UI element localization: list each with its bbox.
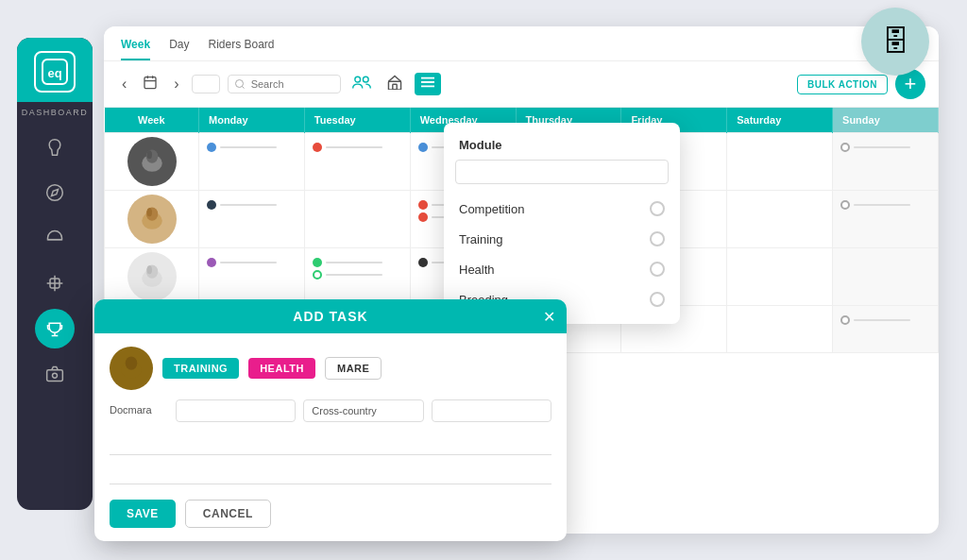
avatar [127, 195, 177, 244]
task-input-2[interactable] [110, 461, 551, 484]
table-cell [199, 191, 305, 248]
modal-header: ADD TASK ✕ [94, 299, 567, 333]
module-item-training[interactable]: Training [444, 224, 680, 254]
search-input[interactable] [228, 75, 341, 93]
svg-point-5 [53, 373, 58, 378]
modal-input-row1 [110, 432, 551, 461]
modal-title: ADD TASK [293, 309, 367, 324]
tag-mare-button[interactable]: MARE [325, 357, 382, 380]
svg-rect-12 [388, 81, 400, 90]
tab-week[interactable]: Week [121, 38, 150, 60]
people-icon-button[interactable] [348, 73, 375, 95]
discipline-select[interactable]: Cross-country [303, 399, 423, 422]
sidebar-item-compass[interactable] [35, 173, 75, 212]
next-button[interactable]: › [169, 74, 183, 94]
horse-name-label: Docmara [110, 404, 166, 416]
svg-rect-13 [392, 84, 396, 90]
module-dropdown-header: Module [444, 134, 680, 160]
period-select[interactable] [192, 75, 220, 93]
toolbar: ‹ › BULK ACTION + [104, 61, 939, 108]
floating-tool-icon: 🗄 [861, 8, 929, 76]
svg-point-11 [363, 76, 368, 82]
modal-body: TRAINING HEALTH MARE Docmara Cross-count… [94, 333, 567, 541]
module-radio-health[interactable] [650, 262, 665, 277]
module-radio-training[interactable] [650, 231, 665, 246]
prev-button[interactable]: ‹ [117, 74, 131, 94]
module-search-input[interactable] [455, 160, 669, 184]
table-cell [727, 248, 833, 306]
table-cell [199, 133, 305, 191]
modal-footer: SAVE CANCEL [110, 500, 551, 528]
svg-point-19 [146, 150, 151, 159]
sidebar-logo: eq [17, 38, 93, 102]
avatar [127, 252, 177, 301]
svg-point-22 [146, 208, 151, 216]
save-button[interactable]: SAVE [110, 500, 176, 528]
table-cell [304, 248, 410, 306]
barn-icon-button[interactable] [382, 73, 407, 95]
table-cell [304, 191, 410, 248]
sidebar-item-trophy[interactable] [35, 309, 75, 348]
avatar [127, 137, 177, 186]
sidebar-item-horse[interactable] [35, 127, 75, 167]
tab-riders-board[interactable]: Riders Board [208, 38, 274, 60]
task-input-1[interactable] [110, 432, 551, 455]
cancel-button[interactable]: CANCEL [185, 500, 271, 528]
sidebar-item-medical[interactable] [35, 263, 75, 303]
tab-bar: Week Day Riders Board [104, 26, 939, 61]
table-cell-sunday [833, 248, 939, 306]
col-header-tuesday: Tuesday [304, 108, 410, 133]
logo-icon: eq [34, 51, 76, 93]
table-cell [727, 306, 833, 353]
table-cell [727, 133, 833, 191]
svg-point-25 [146, 265, 151, 274]
svg-rect-4 [47, 370, 63, 382]
module-dropdown: Module Competition Training Health Breed… [444, 123, 680, 324]
col-header-saturday: Saturday [727, 108, 833, 133]
svg-text:eq: eq [47, 66, 61, 80]
table-cell-sunday [833, 191, 939, 248]
add-task-modal: ADD TASK ✕ TRAINING HEALTH MARE Docmara … [94, 299, 567, 541]
modal-close-button[interactable]: ✕ [543, 308, 555, 326]
tab-day[interactable]: Day [169, 38, 189, 60]
modal-top-row: TRAINING HEALTH MARE [110, 347, 551, 390]
module-radio-competition[interactable] [650, 201, 665, 216]
svg-rect-6 [144, 77, 156, 89]
table-cell [727, 191, 833, 248]
dashboard-label: DASHBOARD [22, 108, 89, 117]
tag-health-button[interactable]: HEALTH [248, 358, 315, 379]
category-select[interactable] [176, 399, 296, 422]
sidebar: eq DASHBOARD [17, 38, 93, 510]
col-header-sunday: Sunday [833, 108, 939, 133]
table-cell [199, 248, 305, 306]
module-item-competition[interactable]: Competition [444, 194, 680, 224]
col-header-monday: Monday [199, 108, 305, 133]
svg-point-27 [126, 356, 138, 369]
tool-icon: 🗄 [881, 25, 909, 58]
bulk-action-button[interactable]: BULK ACTION [797, 75, 888, 94]
table-cell [304, 133, 410, 191]
sidebar-item-camera[interactable] [35, 354, 75, 394]
tag-training-button[interactable]: TRAINING [162, 358, 239, 379]
calendar-icon-button[interactable] [139, 73, 161, 95]
module-icon-button[interactable] [415, 73, 441, 95]
table-cell-sunday [833, 306, 939, 353]
svg-point-2 [47, 185, 63, 201]
module-radio-breeding[interactable] [650, 292, 665, 307]
extra-select[interactable] [432, 399, 551, 422]
task-avatar [110, 347, 153, 390]
svg-point-10 [355, 76, 361, 82]
sidebar-item-helmet[interactable] [35, 218, 75, 258]
col-header-week: Week [105, 108, 199, 133]
table-cell-sunday [833, 133, 939, 191]
module-item-health[interactable]: Health [444, 254, 680, 284]
modal-selects: Cross-country [176, 399, 551, 422]
modal-horse-row: Docmara Cross-country [110, 399, 551, 422]
modal-input-row2 [110, 461, 551, 490]
